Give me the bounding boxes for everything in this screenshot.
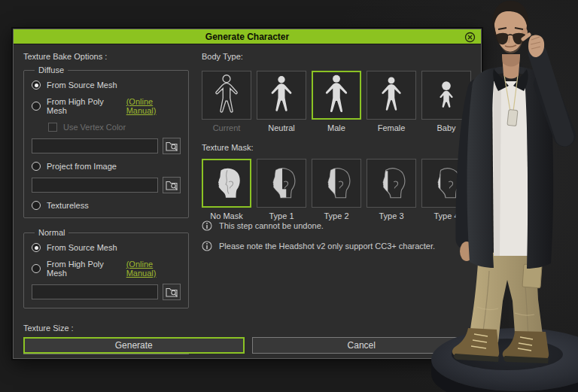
normal-path-row — [32, 284, 181, 300]
body-outline-icon — [212, 74, 241, 117]
radio-label: From Source Mesh — [47, 243, 117, 252]
radio-label: Textureless — [47, 201, 89, 210]
body-type-neutral[interactable] — [257, 71, 306, 120]
radio-project-from-image[interactable]: Project from Image — [32, 162, 181, 171]
dialog-content: Texture Bake Options : Diffuse From Sour… — [14, 45, 481, 333]
body-silhouette-icon — [322, 74, 351, 117]
cancel-button[interactable]: Cancel — [252, 337, 472, 354]
radio-icon — [32, 201, 41, 210]
checkbox-label: Use Vertex Color — [63, 123, 126, 132]
note-headshot-support: Please note the Headshot v2 only support… — [202, 241, 471, 251]
browse-folder-button[interactable] — [163, 177, 181, 193]
head-mask-icon — [373, 166, 409, 202]
baby-silhouette-icon — [434, 77, 459, 114]
head-mask-icon — [428, 166, 464, 202]
texture-mask-type-4[interactable] — [421, 159, 471, 208]
info-icon — [202, 220, 212, 231]
head-mask-icon — [208, 166, 245, 202]
body-type-female[interactable] — [367, 71, 416, 120]
dialog-titlebar[interactable]: Generate Character — [14, 29, 481, 44]
dialog-buttons: Generate Cancel — [23, 337, 471, 354]
radio-icon — [32, 162, 41, 171]
radio-diffuse-from-high-poly-mesh[interactable]: From High Poly Mesh (Online Manual) — [32, 97, 181, 115]
diffuse-group: Diffuse From Source Mesh From High Poly … — [23, 65, 189, 218]
radio-icon — [32, 102, 41, 111]
body-type-current[interactable] — [202, 71, 251, 120]
browse-folder-button[interactable] — [163, 284, 181, 300]
character-head — [493, 1, 528, 53]
diffuse-legend: Diffuse — [35, 65, 68, 74]
online-manual-link[interactable]: (Online Manual) — [126, 97, 181, 115]
texture-mask-label: Texture Mask: — [202, 143, 471, 152]
texture-bake-options-label: Texture Bake Options : — [23, 52, 189, 61]
texture-mask-no-mask[interactable] — [202, 159, 251, 208]
body-type-label: Body Type: — [202, 52, 471, 61]
info-icon — [202, 241, 212, 251]
radio-normal-from-source-mesh[interactable]: From Source Mesh — [32, 243, 181, 252]
head-mask-icon — [318, 166, 354, 202]
texture-mask-type-2[interactable] — [312, 159, 361, 208]
radio-checked-icon — [32, 81, 41, 90]
radio-label: Project from Image — [47, 162, 117, 171]
body-silhouette-icon — [379, 74, 404, 116]
checkbox-icon — [48, 123, 57, 132]
high-poly-path-row — [32, 138, 181, 154]
normal-high-poly-path-input[interactable] — [32, 284, 158, 299]
generate-character-dialog: Generate Character Texture Bake Options … — [13, 29, 482, 359]
radio-label: From High Poly Mesh — [47, 260, 120, 278]
radio-diffuse-from-source-mesh[interactable]: From Source Mesh — [32, 81, 181, 90]
body-options-panel: Body Type: Current Neutral — [189, 45, 471, 333]
close-icon[interactable] — [464, 31, 476, 43]
body-silhouette-icon — [268, 74, 295, 116]
dialog-title: Generate Character — [205, 32, 289, 42]
radio-normal-from-high-poly-mesh[interactable]: From High Poly Mesh (Online Manual) — [32, 260, 181, 278]
viewport-background: Generate Character Texture Bake Options … — [0, 0, 578, 392]
texture-bake-panel: Texture Bake Options : Diffuse From Sour… — [23, 45, 189, 333]
texture-mask-type-1[interactable] — [257, 159, 306, 208]
online-manual-link[interactable]: (Online Manual) — [126, 260, 181, 278]
radio-label: From Source Mesh — [47, 81, 117, 90]
project-image-path-input[interactable] — [32, 178, 158, 193]
texture-mask-tiles: No Mask Type 1 — [202, 159, 471, 220]
radio-label: From High Poly Mesh — [47, 97, 120, 115]
body-type-baby[interactable] — [421, 71, 471, 120]
project-image-path-row — [32, 177, 181, 193]
note-undo-warning: This step cannot be undone. — [202, 220, 471, 231]
radio-checked-icon — [32, 243, 41, 252]
use-vertex-color-checkbox[interactable]: Use Vertex Color — [48, 123, 181, 132]
diffuse-high-poly-path-input[interactable] — [32, 138, 158, 153]
normal-legend: Normal — [35, 228, 68, 237]
body-type-tiles: Current Neutral Male — [202, 71, 471, 132]
radio-icon — [32, 264, 41, 273]
browse-folder-button[interactable] — [163, 138, 181, 154]
texture-size-label: Texture Size : — [23, 324, 189, 333]
texture-mask-type-3[interactable] — [367, 159, 416, 208]
generate-button[interactable]: Generate — [23, 337, 245, 354]
normal-group: Normal From Source Mesh From High Poly M… — [23, 228, 189, 308]
radio-textureless[interactable]: Textureless — [32, 201, 181, 210]
head-mask-icon — [263, 166, 300, 202]
body-type-male[interactable] — [312, 71, 361, 120]
